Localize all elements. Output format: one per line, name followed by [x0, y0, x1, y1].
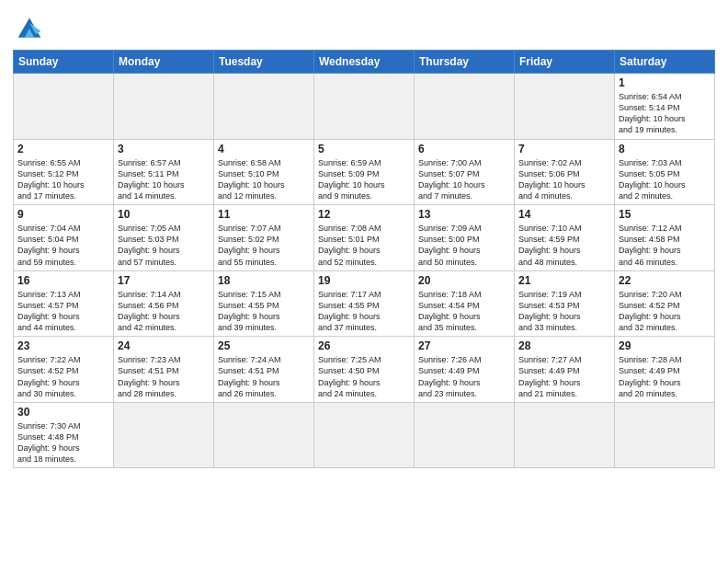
table-row: 20Sunrise: 7:18 AM Sunset: 4:54 PM Dayli… [415, 270, 515, 337]
table-row [615, 402, 715, 468]
table-row [14, 74, 114, 140]
weekday-friday: Friday [515, 51, 615, 74]
table-row [214, 402, 314, 468]
table-row [415, 74, 515, 140]
day-info: Sunrise: 6:59 AM Sunset: 5:09 PM Dayligh… [318, 157, 410, 202]
table-row: 8Sunrise: 7:03 AM Sunset: 5:05 PM Daylig… [615, 139, 715, 205]
day-info: Sunrise: 7:26 AM Sunset: 4:49 PM Dayligh… [418, 354, 510, 399]
day-info: Sunrise: 7:02 AM Sunset: 5:06 PM Dayligh… [518, 157, 610, 202]
weekday-tuesday: Tuesday [214, 51, 314, 74]
day-number: 9 [17, 208, 109, 221]
header [13, 9, 715, 42]
day-info: Sunrise: 7:08 AM Sunset: 5:01 PM Dayligh… [318, 223, 410, 268]
table-row: 5Sunrise: 6:59 AM Sunset: 5:09 PM Daylig… [314, 139, 415, 205]
day-info: Sunrise: 7:27 AM Sunset: 4:49 PM Dayligh… [518, 354, 610, 399]
day-number: 26 [318, 339, 410, 352]
table-row: 28Sunrise: 7:27 AM Sunset: 4:49 PM Dayli… [515, 337, 615, 403]
day-info: Sunrise: 7:25 AM Sunset: 4:50 PM Dayligh… [318, 354, 410, 399]
day-info: Sunrise: 7:20 AM Sunset: 4:52 PM Dayligh… [619, 289, 711, 334]
day-number: 4 [218, 143, 310, 155]
day-info: Sunrise: 7:23 AM Sunset: 4:51 PM Dayligh… [118, 354, 210, 399]
day-number: 18 [218, 274, 310, 287]
day-info: Sunrise: 7:15 AM Sunset: 4:55 PM Dayligh… [218, 289, 310, 334]
weekday-sunday: Sunday [14, 51, 114, 74]
calendar-row-2: 9Sunrise: 7:04 AM Sunset: 5:04 PM Daylig… [14, 205, 715, 271]
day-number: 5 [318, 143, 410, 155]
day-info: Sunrise: 6:55 AM Sunset: 5:12 PM Dayligh… [17, 157, 109, 202]
day-info: Sunrise: 7:13 AM Sunset: 4:57 PM Dayligh… [17, 289, 109, 334]
table-row [515, 402, 615, 468]
day-info: Sunrise: 7:07 AM Sunset: 5:02 PM Dayligh… [218, 223, 310, 268]
day-info: Sunrise: 6:57 AM Sunset: 5:11 PM Dayligh… [118, 157, 210, 202]
day-number: 21 [518, 274, 610, 287]
day-info: Sunrise: 7:10 AM Sunset: 4:59 PM Dayligh… [518, 223, 610, 268]
table-row: 11Sunrise: 7:07 AM Sunset: 5:02 PM Dayli… [214, 205, 314, 271]
day-info: Sunrise: 7:14 AM Sunset: 4:56 PM Dayligh… [118, 289, 210, 334]
table-row: 3Sunrise: 6:57 AM Sunset: 5:11 PM Daylig… [114, 139, 214, 205]
day-number: 10 [118, 208, 210, 221]
day-info: Sunrise: 7:04 AM Sunset: 5:04 PM Dayligh… [17, 223, 109, 268]
day-info: Sunrise: 7:03 AM Sunset: 5:05 PM Dayligh… [619, 157, 711, 202]
day-number: 23 [17, 339, 109, 352]
day-number: 2 [17, 143, 109, 155]
table-row: 21Sunrise: 7:19 AM Sunset: 4:53 PM Dayli… [515, 270, 615, 337]
day-number: 3 [118, 143, 210, 155]
table-row: 24Sunrise: 7:23 AM Sunset: 4:51 PM Dayli… [114, 337, 214, 403]
day-info: Sunrise: 7:24 AM Sunset: 4:51 PM Dayligh… [218, 354, 310, 399]
table-row: 10Sunrise: 7:05 AM Sunset: 5:03 PM Dayli… [114, 205, 214, 271]
calendar-row-5: 30Sunrise: 7:30 AM Sunset: 4:48 PM Dayli… [14, 402, 715, 468]
table-row [214, 74, 314, 140]
logo [13, 15, 50, 42]
day-number: 27 [418, 339, 510, 352]
table-row [515, 74, 615, 140]
table-row: 17Sunrise: 7:14 AM Sunset: 4:56 PM Dayli… [114, 270, 214, 337]
table-row: 15Sunrise: 7:12 AM Sunset: 4:58 PM Dayli… [615, 205, 715, 271]
day-info: Sunrise: 7:00 AM Sunset: 5:07 PM Dayligh… [418, 157, 510, 202]
table-row: 26Sunrise: 7:25 AM Sunset: 4:50 PM Dayli… [314, 337, 415, 403]
day-number: 11 [218, 208, 310, 221]
calendar-row-1: 2Sunrise: 6:55 AM Sunset: 5:12 PM Daylig… [14, 139, 715, 205]
table-row: 23Sunrise: 7:22 AM Sunset: 4:52 PM Dayli… [14, 337, 114, 403]
table-row [114, 74, 214, 140]
day-number: 25 [218, 339, 310, 352]
day-info: Sunrise: 7:12 AM Sunset: 4:58 PM Dayligh… [619, 223, 711, 268]
day-info: Sunrise: 7:09 AM Sunset: 5:00 PM Dayligh… [418, 223, 510, 268]
table-row: 29Sunrise: 7:28 AM Sunset: 4:49 PM Dayli… [615, 337, 715, 403]
day-info: Sunrise: 7:22 AM Sunset: 4:52 PM Dayligh… [17, 354, 109, 399]
table-row [114, 402, 214, 468]
day-number: 15 [619, 208, 711, 221]
day-info: Sunrise: 7:19 AM Sunset: 4:53 PM Dayligh… [518, 289, 610, 334]
table-row: 7Sunrise: 7:02 AM Sunset: 5:06 PM Daylig… [515, 139, 615, 205]
day-info: Sunrise: 7:18 AM Sunset: 4:54 PM Dayligh… [418, 289, 510, 334]
day-info: Sunrise: 7:17 AM Sunset: 4:55 PM Dayligh… [318, 289, 410, 334]
weekday-wednesday: Wednesday [314, 51, 415, 74]
day-number: 1 [619, 76, 711, 89]
calendar-row-0: 1Sunrise: 6:54 AM Sunset: 5:14 PM Daylig… [14, 74, 715, 140]
calendar-table: SundayMondayTuesdayWednesdayThursdayFrid… [13, 50, 715, 468]
day-number: 16 [17, 274, 109, 287]
day-info: Sunrise: 7:05 AM Sunset: 5:03 PM Dayligh… [118, 223, 210, 268]
day-number: 7 [518, 143, 610, 155]
calendar-row-4: 23Sunrise: 7:22 AM Sunset: 4:52 PM Dayli… [14, 337, 715, 403]
table-row: 18Sunrise: 7:15 AM Sunset: 4:55 PM Dayli… [214, 270, 314, 337]
table-row: 9Sunrise: 7:04 AM Sunset: 5:04 PM Daylig… [14, 205, 114, 271]
day-info: Sunrise: 6:54 AM Sunset: 5:14 PM Dayligh… [619, 91, 711, 136]
day-number: 14 [518, 208, 610, 221]
table-row: 12Sunrise: 7:08 AM Sunset: 5:01 PM Dayli… [314, 205, 415, 271]
table-row: 14Sunrise: 7:10 AM Sunset: 4:59 PM Dayli… [515, 205, 615, 271]
day-info: Sunrise: 7:30 AM Sunset: 4:48 PM Dayligh… [17, 420, 109, 465]
day-number: 28 [518, 339, 610, 352]
day-number: 30 [17, 406, 109, 419]
weekday-thursday: Thursday [415, 51, 515, 74]
day-number: 24 [118, 339, 210, 352]
table-row [314, 402, 415, 468]
table-row: 19Sunrise: 7:17 AM Sunset: 4:55 PM Dayli… [314, 270, 415, 337]
table-row: 6Sunrise: 7:00 AM Sunset: 5:07 PM Daylig… [415, 139, 515, 205]
day-number: 20 [418, 274, 510, 287]
day-info: Sunrise: 6:58 AM Sunset: 5:10 PM Dayligh… [218, 157, 310, 202]
table-row: 1Sunrise: 6:54 AM Sunset: 5:14 PM Daylig… [615, 74, 715, 140]
day-number: 19 [318, 274, 410, 287]
day-number: 12 [318, 208, 410, 221]
page: SundayMondayTuesdayWednesdayThursdayFrid… [0, 0, 728, 563]
table-row [314, 74, 415, 140]
